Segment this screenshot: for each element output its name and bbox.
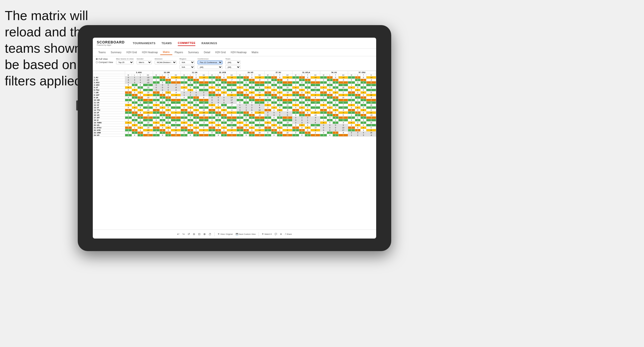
matrix-cell: 2 [137, 96, 143, 99]
matrix-cell: 4 [243, 89, 249, 91]
table-row: 24. UO500-10000130006000-1000-8001151238… [93, 134, 376, 137]
matrix-cell: 0 [361, 89, 366, 91]
share-label: ⤴ Share [285, 233, 292, 235]
matrix-cell: -10 [199, 76, 209, 79]
matrix-cell: 0 [333, 91, 339, 94]
matrix-cell: 5 [355, 86, 361, 89]
zoom-out-button[interactable]: ⊖ [193, 233, 195, 236]
matrix-cell: 0 [137, 101, 143, 104]
matrix-cell: 8 [366, 91, 376, 94]
subtab-summary[interactable]: Summary [108, 50, 124, 55]
matrix-cell: 0 [283, 81, 292, 84]
matrix-cell: 1 [221, 104, 227, 106]
matrix-cell: 1 [181, 94, 188, 96]
conference-select[interactable]: Pac-12 Conference [198, 61, 222, 64]
division-select[interactable]: NCAA Division I [155, 61, 177, 64]
gender-select[interactable]: Men's [137, 61, 152, 64]
grid-button[interactable]: ⊞ [280, 233, 282, 235]
watch-button[interactable]: 👁 Watch ▾ [262, 233, 272, 235]
matrix-cell: 4 [333, 86, 339, 89]
subtab-matrix[interactable]: Matrix [160, 50, 172, 55]
zoom-fit-button[interactable]: ⊡ [198, 233, 200, 236]
sh-d3: Dif [199, 74, 209, 76]
comment-button[interactable]: 💬 [275, 233, 277, 235]
matrix-cell: 2 [181, 111, 188, 114]
view-original-button[interactable]: 👁 View: Original [218, 233, 232, 235]
matrix-cell: 0 [333, 124, 339, 127]
sh-l9: L [355, 74, 361, 76]
matrix-cell: 2 [165, 91, 171, 94]
nav-committee[interactable]: COMMITTEE [178, 40, 196, 46]
redo-button[interactable]: ↪ [182, 233, 185, 236]
nav-rankings[interactable]: RANKINGS [201, 41, 217, 46]
matrix-area[interactable]: 3. ASU 10. UW 11. UA 22. UCB 24. UO 27. … [93, 71, 376, 229]
team-select-2[interactable]: (All) [225, 65, 240, 69]
subtab-h2h-heatmap2[interactable]: H2H Heatmap [228, 50, 249, 55]
team-select[interactable]: (All) [225, 61, 240, 64]
matrix-cell: 0 [333, 76, 339, 79]
zoom-in-button[interactable]: ⊕ [203, 233, 206, 236]
matrix-cell: 0 [264, 101, 271, 104]
subtab-h2h-heatmap[interactable]: H2H Heatmap [139, 50, 160, 55]
matrix-cell: 5 [153, 99, 159, 101]
subtab-detail[interactable]: Detail [201, 50, 213, 55]
col-header-osu: 57. OSU [348, 71, 376, 74]
matrix-cell: 2 [310, 94, 320, 96]
matrix-cell: 0 [292, 129, 299, 132]
matrix-cell: 5 [283, 129, 292, 132]
matrix-cell: 0 [188, 86, 193, 89]
matrix-cell: 0 [271, 76, 277, 79]
matrix-cell: 5 [283, 99, 292, 101]
max-teams-select[interactable]: Top 25 [116, 61, 134, 64]
share-button[interactable]: ⤴ Share [285, 233, 292, 235]
nav-tournaments[interactable]: TOURNAMENTS [133, 41, 155, 46]
radio-compact-view[interactable]: Compact View [96, 61, 113, 64]
matrix-cell: 1 [125, 94, 132, 96]
matrix-cell: 2 [221, 91, 227, 94]
matrix-cell: -10 [227, 76, 236, 79]
matrix-cell: 0 [209, 132, 215, 134]
table-row: 19. TAMU000-100008000-4012142342412-1023… [93, 122, 376, 124]
matrix-cell: 0 [193, 86, 199, 89]
matrix-cell: -10 [143, 122, 153, 124]
save-custom-button[interactable]: 💾 Save Custom View [236, 233, 256, 235]
matrix-cell: 0 [249, 127, 255, 129]
region-select[interactable]: N/A [180, 61, 195, 64]
matrix-cell: 14 [338, 106, 348, 109]
matrix-cell: 0 [355, 94, 361, 96]
matrix-cell: 2 [188, 124, 193, 127]
sh-l6: L [271, 74, 277, 76]
subtab-h2h-grid[interactable]: H2H Grid [124, 50, 139, 55]
nav-teams[interactable]: TEAMS [162, 41, 172, 46]
subtab-h2h-grid2[interactable]: H2H Grid [213, 50, 228, 55]
matrix-cell: 3 [305, 104, 310, 106]
matrix-cell: -4 [338, 122, 348, 124]
matrix-cell: -7 [227, 79, 236, 81]
comment-icon: 💬 [275, 233, 277, 235]
matrix-cell: 1 [361, 129, 366, 132]
undo-button[interactable]: ↩ [177, 233, 179, 236]
matrix-cell: 0 [137, 119, 143, 122]
subtab-players[interactable]: Players [172, 50, 186, 55]
conference-select-2[interactable]: (All) [198, 65, 222, 69]
sh-d7: Dif [310, 74, 320, 76]
sh-w4: W [209, 74, 215, 76]
matrix-cell: 10 [338, 127, 348, 129]
subtab-matrix2[interactable]: Matrix [249, 50, 261, 55]
matrix-cell: 0 [193, 84, 199, 86]
matrix-cell: 5 [277, 124, 283, 127]
matrix-cell: 0 [292, 127, 299, 129]
timer-button[interactable]: ⏱ [209, 233, 211, 236]
matrix-cell: 0 [165, 122, 171, 124]
matrix-cell: 0 [299, 114, 305, 117]
radio-full-view[interactable]: Full View [96, 58, 113, 60]
matrix-cell: -10 [310, 114, 320, 117]
matrix-cell: 8 [227, 117, 236, 119]
col-header-ucla: 31. UCLA [292, 71, 320, 74]
subtab-teams[interactable]: Teams [96, 50, 108, 55]
matrix-cell: 3 [277, 89, 283, 91]
refresh-button[interactable]: ↺ [188, 233, 190, 236]
region-select-2[interactable]: N/A [180, 65, 195, 69]
subtab-summary2[interactable]: Summary [186, 50, 201, 55]
row-header: 16. UO [93, 114, 125, 117]
